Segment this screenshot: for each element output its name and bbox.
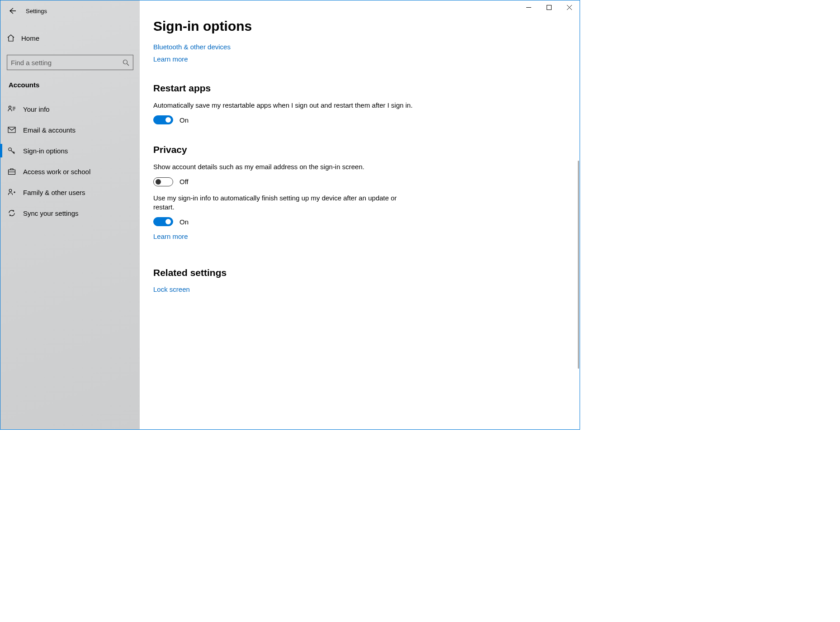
heading-related-settings: Related settings [153, 267, 566, 278]
link-lock-screen[interactable]: Lock screen [153, 285, 190, 293]
sidebar-item-label: Family & other users [23, 189, 85, 196]
sidebar-item-label: Email & accounts [23, 126, 76, 134]
sidebar-item-access-work[interactable]: Access work or school [0, 161, 140, 182]
app-title: Settings [26, 8, 47, 14]
window-controls [519, 0, 580, 16]
close-button[interactable] [559, 0, 580, 14]
heading-restart-apps: Restart apps [153, 83, 566, 94]
toggle-use-signin-info[interactable] [153, 217, 173, 226]
toggle-restart-apps-label: On [179, 116, 189, 124]
search-icon [123, 59, 129, 66]
search-input[interactable] [11, 59, 123, 66]
page-title: Sign-in options [153, 19, 566, 34]
svg-point-6 [9, 106, 11, 108]
desc-restart-apps: Automatically save my restartable apps w… [153, 101, 415, 110]
desc-privacy-use-signin-info: Use my sign-in info to automatically fin… [153, 194, 415, 212]
scrollbar-thumb[interactable] [578, 161, 579, 369]
maximize-button[interactable] [539, 0, 559, 14]
sidebar-item-label: Access work or school [23, 168, 90, 176]
sidebar-item-your-info[interactable]: Your info [0, 99, 140, 119]
svg-line-5 [127, 63, 129, 66]
person-lines-icon [7, 105, 17, 113]
sidebar-home[interactable]: Home [0, 28, 140, 48]
home-icon [7, 34, 15, 42]
sidebar-item-label: Sign-in options [23, 147, 68, 155]
toggle-show-account-details-label: Off [179, 178, 189, 185]
sidebar-nav: Your info Email & accounts Sign-in optio… [0, 99, 140, 223]
link-learn-more-privacy[interactable]: Learn more [153, 233, 188, 240]
content-area: Sign-in options Bluetooth & other device… [140, 0, 580, 429]
home-label: Home [21, 34, 39, 42]
sidebar-item-sync[interactable]: Sync your settings [0, 203, 140, 223]
svg-rect-1 [547, 5, 552, 9]
key-icon [7, 147, 17, 155]
sidebar-item-label: Your info [23, 105, 50, 113]
toggle-restart-apps[interactable] [153, 115, 173, 124]
sidebar-item-email[interactable]: Email & accounts [0, 119, 140, 140]
settings-window: Settings Home Accounts [0, 0, 580, 430]
person-plus-icon [7, 188, 17, 196]
sidebar-item-family[interactable]: Family & other users [0, 182, 140, 203]
toggle-show-account-details[interactable] [153, 177, 173, 186]
svg-rect-10 [8, 127, 15, 133]
sidebar-item-label: Sync your settings [23, 209, 79, 217]
sync-icon [7, 209, 17, 217]
mail-icon [7, 127, 17, 133]
svg-point-4 [123, 60, 127, 64]
search-input-container[interactable] [7, 55, 133, 70]
svg-point-11 [9, 148, 11, 151]
link-bluetooth-devices[interactable]: Bluetooth & other devices [153, 43, 231, 51]
minimize-button[interactable] [519, 0, 539, 14]
briefcase-icon [7, 168, 17, 175]
sidebar: Settings Home Accounts [0, 0, 140, 429]
back-button[interactable] [7, 5, 18, 16]
toggle-use-signin-info-label: On [179, 218, 189, 226]
desc-privacy-show-account: Show account details such as my email ad… [153, 162, 415, 171]
sidebar-category: Accounts [9, 81, 140, 89]
sidebar-item-sign-in-options[interactable]: Sign-in options [0, 140, 140, 161]
link-learn-more-top[interactable]: Learn more [153, 55, 188, 63]
svg-point-13 [9, 189, 12, 192]
scrollbar-track[interactable] [576, 16, 579, 429]
heading-privacy: Privacy [153, 144, 566, 155]
